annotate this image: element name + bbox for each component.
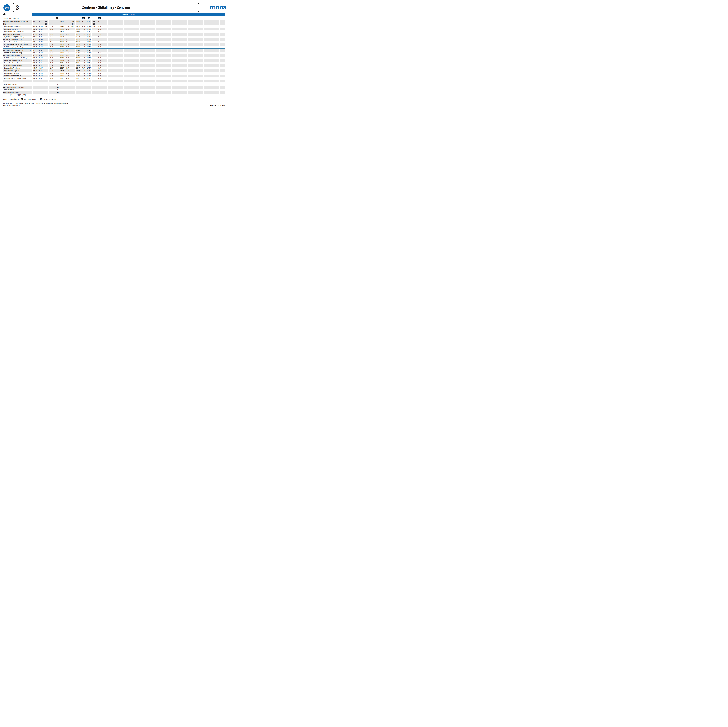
time-cell [113,28,118,31]
time-cell [198,67,203,69]
time-cell: 13.14 [60,59,64,62]
time-cell [220,46,225,48]
time-cell [43,46,49,48]
time-cell [220,72,225,75]
time-cell [97,93,102,96]
time-cell: 13.31 [65,31,70,33]
time-cell [145,75,150,77]
time-cell: 18.59 [97,25,102,28]
time-cell [129,67,134,69]
table-row: - Feilbergstraße12.45 [3,89,225,91]
time-cell: 05.05 [33,38,38,41]
time-cell [188,41,193,43]
time-cell [70,59,75,62]
time-cell [60,80,64,82]
stop-name-cell: - Lindauer-/Westendstraße [3,91,32,94]
time-cell [70,83,75,86]
time-cell: 16.47 [76,67,81,69]
hint-cell [118,17,123,19]
time-cell [129,91,134,94]
time-cell [76,80,81,82]
time-cell [118,28,123,31]
time-cell [220,77,225,80]
time-cell: 05.27 [38,20,43,25]
time-cell: 05.43 [38,57,43,59]
time-cell [43,49,49,52]
table-row: - Im Stiftallmey/Jerg-Rist-Wegab05.1105.… [3,49,225,52]
time-cell: 13.52 [65,77,70,80]
time-cell [198,31,203,33]
time-cell [129,31,134,33]
hint-cell: HS [97,17,102,19]
time-cell [209,80,214,82]
time-cell [150,64,155,67]
stop-name: - Aybühlweg/Sportpark (Steig 1) [3,64,24,67]
time-cell [145,80,150,82]
time-cell [70,46,75,48]
time-cell [124,67,129,69]
time-cell [161,25,166,28]
time-cell [198,93,203,96]
time-cell: 13.38 [65,43,70,46]
time-cell [113,20,118,25]
time-cell [108,80,113,82]
time-cell [49,86,54,89]
time-cell [49,83,54,86]
time-cell: 05.41 [38,49,43,52]
time-cell [70,49,75,52]
time-cell [54,52,59,54]
time-cell [161,57,166,59]
time-cell [204,80,209,82]
time-cell [124,46,129,48]
time-cell [129,75,134,77]
time-cell [118,89,123,91]
time-cell: 17.49 [86,75,91,77]
time-cell [166,80,171,82]
time-cell: 19.14 [97,59,102,62]
hint-cell [140,17,145,19]
time-cell [150,46,155,48]
time-cell [204,57,209,59]
stop-name-cell: - Maria-Ward-Schule [3,83,32,86]
stop-name-cell: - Lindauer Str./Aybühlweg [3,33,32,36]
time-cell: 13.15 [60,62,64,64]
time-cell [129,41,134,43]
time-cell [220,83,225,86]
time-cell [76,83,81,86]
time-cell [172,93,177,96]
time-cell: 19.16 [97,64,102,67]
time-cell [161,31,166,33]
time-cell [188,35,193,38]
time-cell: 12.59 [60,25,64,28]
time-cell [172,20,177,25]
time-cell [209,93,214,96]
time-cell [172,49,177,52]
time-cell [182,43,187,46]
time-cell [145,57,150,59]
time-cell [92,64,97,67]
time-cell [204,35,209,38]
time-cell: 16.37 [76,41,81,43]
time-cell [182,41,187,43]
time-cell [193,46,198,48]
time-cell [134,20,139,25]
time-cell [129,49,134,52]
hint-cell [65,17,70,19]
time-cell [182,28,187,31]
time-cell [214,57,219,59]
time-cell [140,33,145,36]
time-cell [177,72,182,75]
time-cell: 13.18 [60,69,64,72]
time-cell [92,89,97,91]
time-cell [177,64,182,67]
time-cell [33,83,38,86]
time-cell [161,77,166,80]
time-cell: 19.07 [97,41,102,43]
time-cell [124,93,129,96]
time-cell [102,52,107,54]
time-cell [220,89,225,91]
time-cell [129,35,134,38]
time-cell: alle 30 [43,20,49,25]
hint-cell [166,17,171,19]
time-cell [65,86,70,89]
